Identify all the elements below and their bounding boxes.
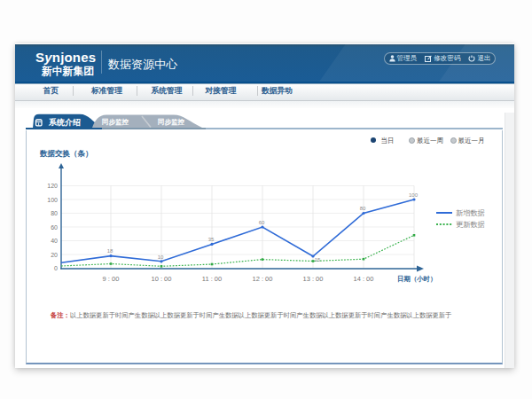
svg-text:14 : 00: 14 : 00 [354,275,374,283]
svg-text:新增数据: 新增数据 [456,209,485,217]
svg-text:同步监控: 同步监控 [158,118,185,126]
svg-text:日期（小时）: 日期（小时） [397,275,436,283]
svg-text:20: 20 [51,252,58,258]
svg-text:13 : 00: 13 : 00 [303,275,324,283]
svg-text:更新数据: 更新数据 [456,221,485,229]
svg-text:10 : 00: 10 : 00 [152,275,172,283]
svg-text:18: 18 [107,248,113,254]
svg-text:100: 100 [47,197,58,203]
svg-text:40: 40 [51,238,58,244]
svg-text:10: 10 [158,254,164,260]
svg-text:120: 120 [47,183,58,189]
svg-text:系统介绍: 系统介绍 [48,118,81,127]
svg-text:11 : 00: 11 : 00 [202,275,222,283]
svg-text:80: 80 [51,210,58,216]
svg-text:0: 0 [54,265,58,271]
svg-text:80: 80 [360,206,366,211]
svg-text:100: 100 [409,192,419,198]
svg-text:15: 15 [315,257,321,262]
svg-text:同步监控: 同步监控 [102,118,129,126]
svg-text:35: 35 [208,237,215,242]
svg-text:60: 60 [259,220,265,225]
svg-text:9 : 00: 9 : 00 [103,275,120,283]
svg-text:60: 60 [51,224,58,231]
svg-text:12 : 00: 12 : 00 [253,275,273,283]
